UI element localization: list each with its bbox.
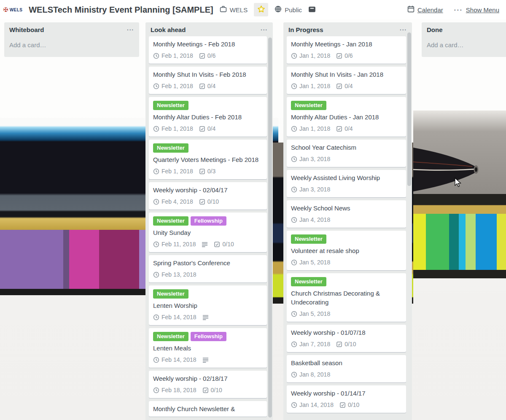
card[interactable]: NewsletterChurch Christmas Decorating & …	[287, 273, 406, 322]
due-badge: Feb 18, 2018	[153, 386, 196, 395]
card[interactable]: Weekly worship - 01/07/18Jan 7, 20180/10	[287, 325, 406, 352]
description-badge	[202, 241, 208, 248]
label-newsletter[interactable]: Newsletter	[291, 101, 326, 110]
org-button[interactable]: WELS	[220, 5, 248, 14]
card-badges: Jan 3, 2018	[291, 185, 402, 194]
show-menu-button[interactable]: ··· Show Menu	[454, 6, 499, 13]
list-menu-button[interactable]: ···	[127, 27, 134, 33]
checklist-badge: 0/10	[199, 197, 219, 206]
list-menu-button[interactable]: ···	[261, 27, 268, 33]
star-button[interactable]	[254, 3, 268, 16]
card[interactable]: Monthly Shut In Visits - Feb 2018Feb 1, …	[149, 67, 267, 94]
label-newsletter[interactable]: Newsletter	[291, 234, 326, 244]
card[interactable]: NewsletterMonthly Altar Duties - Feb 201…	[149, 97, 267, 137]
checklist-badge: 0/3	[199, 167, 215, 176]
checklist-badge: 0/10	[336, 340, 356, 349]
photo-rainbow-stripes-right	[413, 214, 506, 270]
card-labels: Newsletter	[291, 101, 402, 110]
checklist-badge: 0/4	[199, 82, 215, 91]
checklist-icon	[202, 387, 209, 393]
card[interactable]: Weekly worship - 02/04/17Feb 4, 20180/10	[149, 182, 267, 210]
list-scrollbar[interactable]	[407, 32, 411, 186]
label-newsletter[interactable]: Newsletter	[153, 143, 188, 153]
checklist-count: 0/10	[222, 240, 234, 249]
list-scrollbar[interactable]	[268, 38, 272, 417]
card[interactable]: School Year CatechismJan 3, 2018	[287, 140, 406, 167]
clock-icon	[291, 53, 297, 59]
card-badges: Jan 14, 20180/10	[291, 401, 402, 409]
card-labels: Newsletter	[291, 234, 402, 244]
list-title[interactable]: In Progress	[288, 26, 323, 33]
label-newsletter[interactable]: Newsletter	[153, 332, 188, 341]
card-badges: Jan 5, 2018	[291, 310, 402, 318]
due-badge: Jan 5, 2018	[291, 258, 330, 267]
card[interactable]: Monthly Church Newsletter &	[149, 401, 267, 417]
label-newsletter[interactable]: Newsletter	[153, 101, 188, 110]
wels-logo-label: WELS	[10, 8, 23, 12]
board-title[interactable]: WELSTech Ministry Event Planning [SAMPLE…	[29, 5, 213, 15]
add-card-button[interactable]: Add a card…	[422, 35, 506, 52]
wels-logo[interactable]: ✠ WELS	[3, 7, 22, 13]
list-title[interactable]: Done	[427, 26, 443, 33]
label-newsletter[interactable]: Newsletter	[291, 277, 326, 286]
add-card-button[interactable]: Add a card…	[4, 35, 139, 52]
checklist-count: 0/10	[207, 197, 219, 206]
card[interactable]: Monthly Shut In Visits - Jan 2018Jan 1, …	[287, 67, 406, 94]
due-date: Feb 18, 2018	[161, 386, 196, 395]
card-badges: Feb 13, 2018	[153, 270, 263, 279]
card[interactable]: Monthly Meetings - Feb 2018Feb 1, 20180/…	[149, 36, 267, 64]
card[interactable]: Weekly Assisted Living WorshipJan 3, 201…	[287, 170, 406, 197]
card[interactable]: NewsletterFellowshipUnity SundayFeb 11, …	[149, 213, 267, 252]
due-badge: Feb 14, 2018	[153, 355, 196, 364]
wels-cross-icon: ✠	[3, 7, 8, 13]
due-date: Feb 14, 2018	[161, 313, 196, 322]
card[interactable]: Monthly Meetings - Jan 2018Jan 1, 20180/…	[287, 36, 406, 64]
visibility-button[interactable]: Public	[275, 5, 302, 14]
due-badge: Feb 1, 2018	[153, 167, 193, 176]
list-menu-button[interactable]: ···	[400, 27, 407, 33]
clock-icon	[291, 341, 297, 347]
card[interactable]: NewsletterVolunteer at resale shopJan 5,…	[287, 231, 406, 270]
card[interactable]: NewsletterFellowshipLenten MealsFeb 14, …	[149, 328, 267, 368]
clock-icon	[153, 126, 159, 132]
card-title: Monthly Meetings - Jan 2018	[291, 40, 402, 48]
card[interactable]: NewsletterQuarterly Voters Meetings - Fe…	[149, 140, 267, 179]
label-fellowship[interactable]: Fellowship	[191, 332, 226, 341]
card-badges: Jan 1, 20180/4	[291, 82, 402, 91]
clock-icon	[153, 241, 159, 248]
card[interactable]: Weekly School NewsJan 4, 2018	[287, 200, 406, 228]
clock-icon	[291, 83, 297, 89]
clock-icon	[291, 259, 297, 266]
list-title[interactable]: Whiteboard	[9, 26, 44, 33]
checklist-count: 0/4	[207, 124, 215, 133]
card-title: Church Christmas Decorating & Undecorati…	[291, 289, 402, 307]
card[interactable]: NewsletterMonthly Altar Duties - Jan 201…	[287, 97, 406, 137]
list-title[interactable]: Look ahead	[151, 26, 186, 33]
description-icon	[202, 241, 208, 248]
checklist-icon	[199, 168, 205, 175]
card[interactable]: Spring Pastor's ConferenceFeb 13, 2018	[149, 255, 267, 283]
archive-box-icon[interactable]	[308, 6, 316, 14]
label-newsletter[interactable]: Newsletter	[153, 216, 188, 226]
checklist-count: 0/4	[345, 124, 353, 133]
due-badge: Jan 3, 2018	[291, 155, 330, 164]
label-newsletter[interactable]: Newsletter	[153, 289, 188, 299]
card[interactable]: Basketball seasonJan 8, 2018	[287, 355, 406, 382]
label-fellowship[interactable]: Fellowship	[191, 216, 226, 226]
description-badge	[202, 314, 209, 320]
checklist-count: 0/10	[211, 386, 222, 395]
due-date: Jan 1, 2018	[299, 124, 330, 133]
card-badges: Jan 1, 20180/4	[291, 124, 402, 133]
card[interactable]: NewsletterLenten WorshipFeb 14, 2018	[149, 285, 267, 325]
checklist-count: 0/6	[345, 51, 353, 60]
checklist-badge: 0/6	[336, 51, 353, 60]
card-badges: Jan 3, 2018	[291, 155, 402, 164]
calendar-button[interactable]: Calendar	[407, 5, 443, 14]
card[interactable]: Weekly worship - 02/18/17Feb 18, 20180/1…	[149, 371, 267, 398]
due-date: Feb 1, 2018	[161, 51, 193, 60]
due-badge: Feb 14, 2018	[153, 313, 196, 322]
clock-icon	[291, 402, 297, 408]
card[interactable]: Weekly worship - 01/14/17Jan 14, 20180/1…	[287, 385, 406, 413]
card-badges: Jan 4, 2018	[291, 215, 402, 224]
due-date: Jan 5, 2018	[299, 258, 330, 267]
